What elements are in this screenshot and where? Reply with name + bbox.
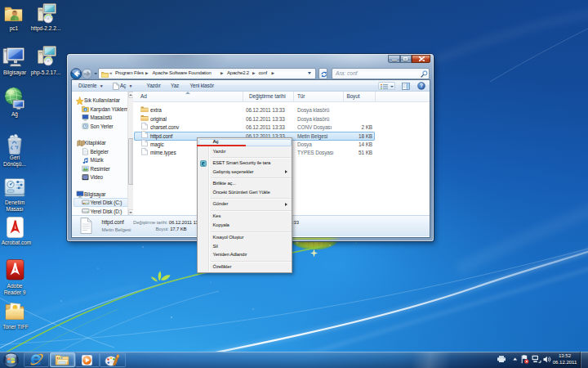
svg-text:?: ?	[420, 83, 423, 88]
